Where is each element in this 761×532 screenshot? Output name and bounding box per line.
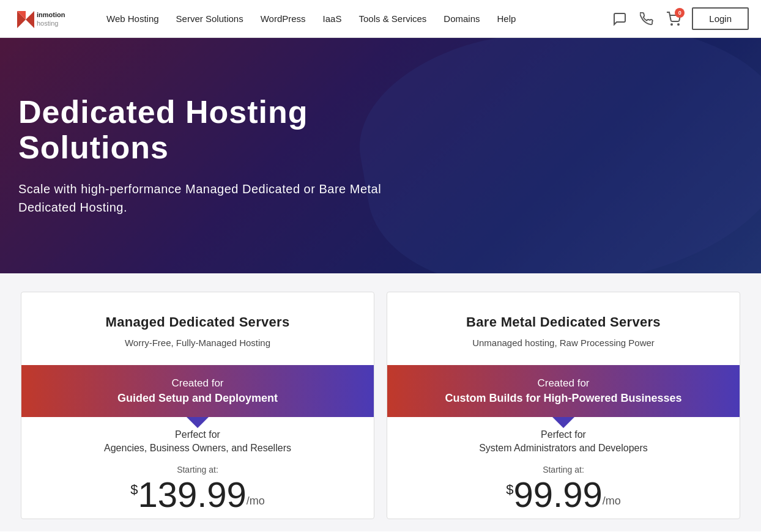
chat-icon[interactable] (611, 10, 628, 28)
bare-metal-card-title: Bare Metal Dedicated Servers (399, 314, 727, 330)
managed-price-amount: 139.99 (138, 477, 246, 512)
bare-metal-perfect-value: System Administrators and Developers (399, 443, 727, 454)
bare-metal-price-amount: 99.99 (514, 477, 603, 512)
hero-section: Dedicated Hosting Solutions Scale with h… (0, 38, 761, 273)
bare-metal-arrow-icon (552, 417, 574, 428)
cart-badge: 0 (675, 8, 685, 18)
managed-starting-label: Starting at: (34, 465, 362, 475)
cart-icon[interactable]: 0 (665, 10, 682, 28)
nav-domains[interactable]: Domains (435, 13, 488, 24)
bare-metal-price-dollar: $ (506, 482, 513, 498)
managed-card-top: Managed Dedicated Servers Worry-Free, Fu… (21, 292, 374, 365)
managed-price: $ 139.99 /mo (34, 477, 362, 512)
managed-banner-bottom: Guided Setup and Deployment (34, 391, 362, 406)
hero-title: Dedicated Hosting Solutions (18, 95, 410, 164)
svg-marker-2 (26, 11, 34, 28)
bare-metal-banner-bottom: Custom Builds for High-Powered Businesse… (399, 391, 727, 406)
managed-card: Managed Dedicated Servers Worry-Free, Fu… (21, 292, 374, 519)
bare-metal-card-top: Bare Metal Dedicated Servers Unmanaged h… (387, 292, 740, 365)
managed-card-subtitle: Worry-Free, Fully-Managed Hosting (34, 338, 362, 348)
bare-metal-card-subtitle: Unmanaged hosting, Raw Processing Power (399, 338, 727, 348)
managed-card-bottom: Perfect for Agencies, Business Owners, a… (21, 417, 374, 519)
svg-point-5 (671, 24, 672, 25)
managed-perfect-value: Agencies, Business Owners, and Resellers (34, 443, 362, 454)
nav-iaas[interactable]: IaaS (314, 13, 351, 24)
managed-card-banner[interactable]: Created for Guided Setup and Deployment (21, 365, 374, 417)
bare-metal-banner-top: Created for (399, 376, 727, 391)
logo[interactable]: inmotion hosting (12, 6, 80, 32)
navbar: inmotion hosting Web Hosting Server Solu… (0, 0, 761, 38)
phone-icon[interactable] (638, 10, 655, 28)
bare-metal-card-banner[interactable]: Created for Custom Builds for High-Power… (387, 365, 740, 417)
login-button[interactable]: Login (692, 7, 749, 30)
managed-card-title: Managed Dedicated Servers (34, 314, 362, 330)
nav-right-icons: 0 Login (611, 7, 749, 30)
bare-metal-card: Bare Metal Dedicated Servers Unmanaged h… (387, 292, 740, 519)
nav-server-solutions[interactable]: Server Solutions (168, 13, 252, 24)
nav-links: Web Hosting Server Solutions WordPress I… (98, 13, 611, 24)
bare-metal-price: $ 99.99 /mo (399, 477, 727, 512)
svg-text:inmotion: inmotion (37, 11, 65, 18)
hero-content: Dedicated Hosting Solutions Scale with h… (0, 95, 428, 216)
managed-price-mo: /mo (247, 495, 265, 508)
bare-metal-perfect-label: Perfect for (399, 429, 727, 440)
bare-metal-card-bottom: Perfect for System Administrators and De… (387, 417, 740, 519)
svg-text:hosting: hosting (37, 20, 58, 27)
bare-metal-starting-label: Starting at: (399, 465, 727, 475)
managed-perfect-label: Perfect for (34, 429, 362, 440)
hero-subtitle: Scale with high-performance Managed Dedi… (18, 180, 410, 216)
nav-web-hosting[interactable]: Web Hosting (98, 13, 168, 24)
bare-metal-price-mo: /mo (603, 495, 621, 508)
nav-help[interactable]: Help (489, 13, 525, 24)
nav-wordpress[interactable]: WordPress (252, 13, 314, 24)
managed-arrow-icon (187, 417, 209, 428)
cards-section: Managed Dedicated Servers Worry-Free, Fu… (0, 273, 761, 531)
svg-point-6 (678, 24, 679, 25)
managed-banner-top: Created for (34, 376, 362, 391)
managed-price-dollar: $ (130, 482, 138, 498)
nav-tools-services[interactable]: Tools & Services (350, 13, 435, 24)
